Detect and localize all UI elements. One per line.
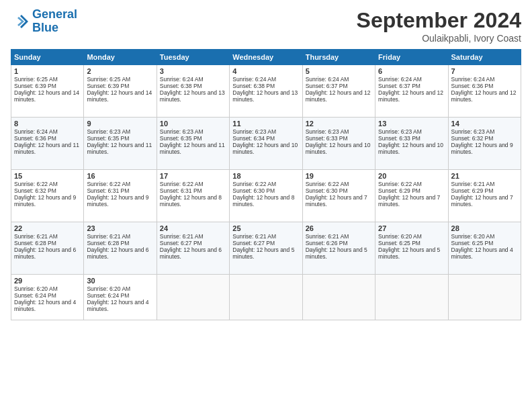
daylight-text: Daylight: 12 hours and 9 minutes.: [87, 194, 148, 208]
sunset-text: Sunset: 6:34 PM: [232, 135, 275, 142]
day-cell: 28Sunrise: 6:20 AMSunset: 6:25 PMDayligh…: [448, 222, 521, 275]
sunrise-text: Sunrise: 6:22 AM: [160, 181, 204, 187]
daylight-text: Daylight: 12 hours and 4 minutes.: [14, 299, 76, 312]
sunset-text: Sunset: 6:28 PM: [14, 240, 56, 246]
day-cell: [302, 275, 375, 320]
sunset-text: Sunset: 6:24 PM: [14, 292, 56, 299]
daylight-text: Daylight: 12 hours and 10 minutes.: [378, 142, 443, 155]
day-number: 7: [451, 67, 518, 75]
day-cell: 15Sunrise: 6:22 AMSunset: 6:32 PMDayligh…: [11, 170, 84, 222]
daylight-text: Daylight: 12 hours and 10 minutes.: [306, 142, 371, 155]
sunset-text: Sunset: 6:35 PM: [160, 135, 202, 142]
sunset-text: Sunset: 6:27 PM: [232, 240, 275, 246]
day-number: 1: [14, 67, 81, 75]
sunrise-text: Sunrise: 6:22 AM: [378, 181, 422, 187]
daylight-text: Daylight: 12 hours and 11 minutes.: [160, 142, 225, 155]
logo: General Blue: [11, 8, 77, 35]
daylight-text: Daylight: 12 hours and 14 minutes.: [14, 89, 79, 103]
sunrise-text: Sunrise: 6:23 AM: [87, 128, 130, 135]
sunset-text: Sunset: 6:26 PM: [306, 240, 348, 246]
title-block: September 2024 Oulaikpabli, Ivory Coast: [357, 8, 521, 44]
sunset-text: Sunset: 6:32 PM: [14, 187, 56, 194]
day-cell: 7Sunrise: 6:24 AMSunset: 6:36 PMDaylight…: [448, 65, 521, 118]
day-cell: [157, 275, 229, 320]
day-number: 17: [160, 172, 226, 180]
day-number: 4: [232, 67, 299, 75]
sunrise-text: Sunrise: 6:23 AM: [160, 128, 204, 135]
day-cell: 27Sunrise: 6:20 AMSunset: 6:25 PMDayligh…: [375, 222, 448, 275]
sunset-text: Sunset: 6:39 PM: [14, 83, 56, 89]
page: General Blue September 2024 Oulaikpabli,…: [0, 0, 532, 411]
logo-blue: Blue: [32, 21, 77, 35]
day-number: 12: [306, 120, 372, 128]
day-number: 16: [87, 172, 153, 180]
logo-icon: [11, 12, 30, 31]
day-cell: 9Sunrise: 6:23 AMSunset: 6:35 PMDaylight…: [84, 118, 157, 170]
day-cell: 23Sunrise: 6:21 AMSunset: 6:28 PMDayligh…: [84, 222, 157, 275]
daylight-text: Daylight: 12 hours and 4 minutes.: [451, 246, 513, 260]
daylight-text: Daylight: 12 hours and 10 minutes.: [232, 142, 298, 155]
day-cell: 16Sunrise: 6:22 AMSunset: 6:31 PMDayligh…: [84, 170, 157, 222]
day-number: 11: [232, 120, 299, 128]
sunset-text: Sunset: 6:27 PM: [160, 240, 202, 246]
sunrise-text: Sunrise: 6:24 AM: [160, 76, 204, 83]
col-thursday: Thursday: [302, 50, 375, 65]
sunrise-text: Sunrise: 6:21 AM: [306, 233, 349, 240]
day-number: 15: [14, 172, 81, 180]
daylight-text: Daylight: 12 hours and 7 minutes.: [306, 194, 367, 208]
day-number: 18: [232, 172, 299, 180]
day-cell: [375, 275, 448, 320]
day-cell: 5Sunrise: 6:24 AMSunset: 6:37 PMDaylight…: [302, 65, 375, 118]
day-number: 23: [87, 224, 153, 232]
col-sunday: Sunday: [11, 50, 84, 65]
sunrise-text: Sunrise: 6:21 AM: [87, 233, 130, 240]
daylight-text: Daylight: 12 hours and 8 minutes.: [160, 194, 222, 208]
day-number: 20: [378, 172, 445, 180]
day-number: 8: [14, 120, 81, 128]
sunrise-text: Sunrise: 6:24 AM: [14, 128, 58, 135]
day-cell: 12Sunrise: 6:23 AMSunset: 6:33 PMDayligh…: [302, 118, 375, 170]
sunset-text: Sunset: 6:33 PM: [378, 135, 420, 142]
day-number: 9: [87, 120, 153, 128]
sunset-text: Sunset: 6:39 PM: [87, 83, 129, 89]
sunset-text: Sunset: 6:30 PM: [232, 187, 275, 194]
sunrise-text: Sunrise: 6:20 AM: [14, 285, 58, 292]
daylight-text: Daylight: 12 hours and 11 minutes.: [87, 142, 152, 155]
day-cell: 17Sunrise: 6:22 AMSunset: 6:31 PMDayligh…: [157, 170, 229, 222]
sunrise-text: Sunrise: 6:24 AM: [451, 76, 495, 83]
day-number: 22: [14, 224, 81, 232]
day-cell: 1Sunrise: 6:25 AMSunset: 6:39 PMDaylight…: [11, 65, 84, 118]
day-number: 30: [87, 277, 153, 285]
header: General Blue September 2024 Oulaikpabli,…: [11, 8, 521, 44]
day-cell: 20Sunrise: 6:22 AMSunset: 6:29 PMDayligh…: [375, 170, 448, 222]
sunrise-text: Sunrise: 6:25 AM: [87, 76, 130, 83]
sunset-text: Sunset: 6:30 PM: [306, 187, 348, 194]
sunrise-text: Sunrise: 6:20 AM: [378, 233, 422, 240]
day-cell: 8Sunrise: 6:24 AMSunset: 6:36 PMDaylight…: [11, 118, 84, 170]
day-number: 25: [232, 224, 299, 232]
day-cell: 13Sunrise: 6:23 AMSunset: 6:33 PMDayligh…: [375, 118, 448, 170]
day-number: 21: [451, 172, 518, 180]
sunset-text: Sunset: 6:25 PM: [451, 240, 494, 246]
month-title: September 2024: [357, 8, 521, 33]
day-number: 14: [451, 120, 518, 128]
day-cell: 21Sunrise: 6:21 AMSunset: 6:29 PMDayligh…: [448, 170, 521, 222]
day-number: 26: [306, 224, 372, 232]
daylight-text: Daylight: 12 hours and 14 minutes.: [87, 89, 152, 103]
day-cell: 18Sunrise: 6:22 AMSunset: 6:30 PMDayligh…: [230, 170, 302, 222]
logo-general: General: [32, 7, 77, 21]
sunset-text: Sunset: 6:33 PM: [306, 135, 348, 142]
sunrise-text: Sunrise: 6:21 AM: [14, 233, 58, 240]
daylight-text: Daylight: 12 hours and 6 minutes.: [14, 246, 76, 260]
calendar-table: Sunday Monday Tuesday Wednesday Thursday…: [11, 49, 521, 320]
col-tuesday: Tuesday: [157, 50, 229, 65]
day-cell: 3Sunrise: 6:24 AMSunset: 6:38 PMDaylight…: [157, 65, 229, 118]
daylight-text: Daylight: 12 hours and 5 minutes.: [378, 246, 440, 260]
sunrise-text: Sunrise: 6:23 AM: [378, 128, 422, 135]
sunrise-text: Sunrise: 6:22 AM: [87, 181, 130, 187]
sunset-text: Sunset: 6:31 PM: [87, 187, 129, 194]
daylight-text: Daylight: 12 hours and 9 minutes.: [14, 194, 76, 208]
sunrise-text: Sunrise: 6:22 AM: [306, 181, 349, 187]
week-row-1: 1Sunrise: 6:25 AMSunset: 6:39 PMDaylight…: [11, 65, 521, 118]
daylight-text: Daylight: 12 hours and 4 minutes.: [87, 299, 148, 312]
